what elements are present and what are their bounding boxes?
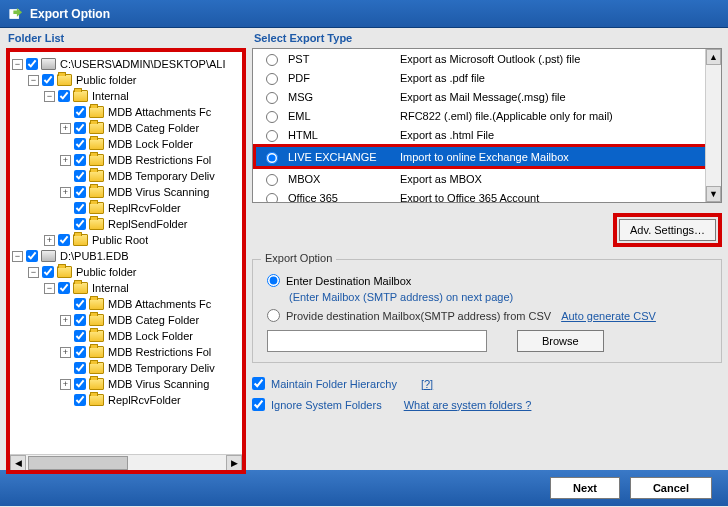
- export-type-row[interactable]: LIVE EXCHANGEImport to online Exchange M…: [253, 144, 721, 169]
- tree-item[interactable]: +MDB Categ Folder: [12, 120, 240, 136]
- export-type-radio[interactable]: [266, 73, 278, 85]
- tree-item[interactable]: MDB Temporary Deliv: [12, 360, 240, 376]
- tree-item[interactable]: MDB Lock Folder: [12, 328, 240, 344]
- scroll-thumb[interactable]: [28, 456, 128, 470]
- tree-checkbox[interactable]: [58, 234, 70, 246]
- tree-checkbox[interactable]: [74, 186, 86, 198]
- tree-checkbox[interactable]: [58, 282, 70, 294]
- tree-item[interactable]: −Public folder: [12, 72, 240, 88]
- collapse-icon[interactable]: −: [28, 267, 39, 278]
- tree-item[interactable]: +MDB Restrictions Fol: [12, 152, 240, 168]
- tree-item[interactable]: MDB Temporary Deliv: [12, 168, 240, 184]
- tree-item-label: Internal: [92, 88, 129, 104]
- export-type-row[interactable]: HTMLExport as .html File: [253, 125, 721, 144]
- scroll-up-icon[interactable]: ▲: [706, 49, 721, 65]
- expand-icon[interactable]: +: [60, 187, 71, 198]
- list-v-scrollbar[interactable]: ▲ ▼: [705, 49, 721, 202]
- maintain-hierarchy-checkbox[interactable]: [252, 377, 265, 390]
- export-type-row[interactable]: PSTExport as Microsoft Outlook (.pst) fi…: [253, 49, 721, 68]
- tree-item[interactable]: MDB Attachments Fc: [12, 296, 240, 312]
- tree-item[interactable]: +MDB Virus Scanning: [12, 376, 240, 392]
- collapse-icon[interactable]: −: [12, 251, 23, 262]
- export-type-row[interactable]: Office 365Export to Office 365 Account: [253, 188, 721, 203]
- tree-checkbox[interactable]: [74, 298, 86, 310]
- csv-path-input[interactable]: [267, 330, 487, 352]
- tree-item[interactable]: ReplRcvFolder: [12, 200, 240, 216]
- expand-icon[interactable]: +: [60, 347, 71, 358]
- tree-checkbox[interactable]: [74, 154, 86, 166]
- tree-checkbox[interactable]: [74, 106, 86, 118]
- tree-checkbox[interactable]: [74, 122, 86, 134]
- scroll-down-icon[interactable]: ▼: [706, 186, 721, 202]
- collapse-icon[interactable]: −: [12, 59, 23, 70]
- folder-tree[interactable]: −C:\USERS\ADMIN\DESKTOP\ALI−Public folde…: [6, 48, 246, 474]
- tree-item[interactable]: MDB Lock Folder: [12, 136, 240, 152]
- tree-checkbox[interactable]: [42, 74, 54, 86]
- window-title: Export Option: [30, 7, 110, 21]
- scroll-right-icon[interactable]: ▶: [226, 455, 242, 471]
- tree-item[interactable]: −Internal: [12, 88, 240, 104]
- export-type-radio[interactable]: [266, 130, 278, 142]
- tree-spacer: [60, 395, 71, 406]
- auto-generate-csv-link[interactable]: Auto generate CSV: [561, 310, 656, 322]
- tree-checkbox[interactable]: [74, 202, 86, 214]
- tree-item[interactable]: +MDB Virus Scanning: [12, 184, 240, 200]
- export-type-radio[interactable]: [266, 92, 278, 104]
- tree-checkbox[interactable]: [74, 314, 86, 326]
- folder-icon: [57, 266, 72, 278]
- expand-icon[interactable]: +: [60, 123, 71, 134]
- hierarchy-help-link[interactable]: [?]: [421, 378, 433, 390]
- tree-checkbox[interactable]: [74, 362, 86, 374]
- system-folders-help-link[interactable]: What are system folders ?: [404, 399, 532, 411]
- tree-item[interactable]: ReplRcvFolder: [12, 392, 240, 408]
- expand-icon[interactable]: +: [60, 379, 71, 390]
- scroll-left-icon[interactable]: ◀: [10, 455, 26, 471]
- collapse-icon[interactable]: −: [28, 75, 39, 86]
- expand-icon[interactable]: +: [60, 315, 71, 326]
- tree-checkbox[interactable]: [74, 138, 86, 150]
- export-type-row[interactable]: EMLRFC822 (.eml) file.(Applicable only f…: [253, 106, 721, 125]
- collapse-icon[interactable]: −: [44, 91, 55, 102]
- tree-checkbox[interactable]: [74, 378, 86, 390]
- tree-item[interactable]: −Public folder: [12, 264, 240, 280]
- tree-checkbox[interactable]: [26, 250, 38, 262]
- tree-item[interactable]: +MDB Categ Folder: [12, 312, 240, 328]
- tree-item[interactable]: +Public Root: [12, 232, 240, 248]
- tree-item[interactable]: −Internal: [12, 280, 240, 296]
- tree-checkbox[interactable]: [26, 58, 38, 70]
- export-type-row[interactable]: MBOXExport as MBOX: [253, 169, 721, 188]
- browse-button[interactable]: Browse: [517, 330, 604, 352]
- adv-settings-button[interactable]: Adv. Settings…: [619, 219, 716, 241]
- export-type-radio[interactable]: [266, 152, 278, 164]
- export-type-radio[interactable]: [266, 54, 278, 66]
- expand-icon[interactable]: +: [44, 235, 55, 246]
- collapse-icon[interactable]: −: [44, 283, 55, 294]
- export-type-radio[interactable]: [266, 174, 278, 186]
- expand-icon[interactable]: +: [60, 155, 71, 166]
- export-type-desc: Export as Mail Message(.msg) file: [400, 91, 566, 103]
- tree-item[interactable]: −D:\PUB1.EDB: [12, 248, 240, 264]
- tree-item[interactable]: MDB Attachments Fc: [12, 104, 240, 120]
- tree-h-scrollbar[interactable]: ◀ ▶: [10, 454, 242, 470]
- next-button[interactable]: Next: [550, 477, 620, 499]
- tree-checkbox[interactable]: [42, 266, 54, 278]
- tree-checkbox[interactable]: [74, 394, 86, 406]
- tree-item[interactable]: ReplSendFolder: [12, 216, 240, 232]
- csv-mailbox-radio[interactable]: [267, 309, 280, 322]
- enter-mailbox-radio[interactable]: [267, 274, 280, 287]
- tree-checkbox[interactable]: [74, 330, 86, 342]
- export-type-radio[interactable]: [266, 193, 278, 203]
- tree-item[interactable]: +MDB Restrictions Fol: [12, 344, 240, 360]
- export-type-row[interactable]: PDFExport as .pdf file: [253, 68, 721, 87]
- export-type-list[interactable]: PSTExport as Microsoft Outlook (.pst) fi…: [252, 48, 722, 203]
- cancel-button[interactable]: Cancel: [630, 477, 712, 499]
- export-type-radio[interactable]: [266, 111, 278, 123]
- tree-checkbox[interactable]: [74, 218, 86, 230]
- tree-checkbox[interactable]: [58, 90, 70, 102]
- tree-checkbox[interactable]: [74, 346, 86, 358]
- ignore-system-checkbox[interactable]: [252, 398, 265, 411]
- export-type-row[interactable]: MSGExport as Mail Message(.msg) file: [253, 87, 721, 106]
- tree-item[interactable]: −C:\USERS\ADMIN\DESKTOP\ALI: [12, 56, 240, 72]
- tree-checkbox[interactable]: [74, 170, 86, 182]
- folder-icon: [57, 74, 72, 86]
